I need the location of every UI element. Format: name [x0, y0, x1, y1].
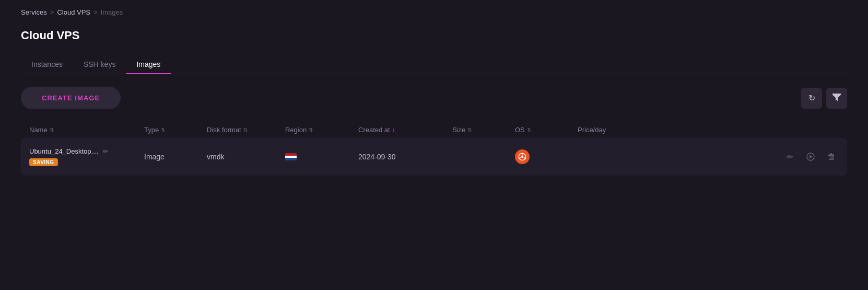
sort-os-icon: ⇅ [527, 127, 531, 133]
image-type: Image [144, 153, 207, 161]
sort-size-icon: ⇅ [467, 127, 472, 133]
sort-disk-icon: ⇅ [243, 127, 248, 133]
cell-price-actions: ✏ 🗑 [578, 149, 839, 164]
breadcrumb: Services > Cloud VPS > Images [21, 8, 847, 16]
col-os[interactable]: OS ⇅ [515, 126, 578, 134]
sort-type-icon: ⇅ [161, 127, 165, 133]
tab-instances[interactable]: Instances [21, 55, 73, 74]
svg-point-2 [522, 153, 523, 155]
table-header: Name ⇅ Type ⇅ Disk format ⇅ Region ⇅ Cre… [21, 122, 847, 138]
tabs-container: Instances SSH keys Images [21, 55, 847, 74]
breadcrumb-separator-1: > [50, 8, 54, 16]
sort-name-icon: ⇅ [50, 127, 54, 133]
svg-line-7 [520, 157, 521, 158]
filter-button[interactable] [826, 88, 847, 109]
svg-point-1 [521, 156, 523, 158]
col-name[interactable]: Name ⇅ [29, 126, 144, 134]
tab-ssh-keys[interactable]: SSH keys [73, 55, 126, 74]
cell-region [285, 153, 358, 160]
cell-disk-format: vmdk [207, 153, 285, 161]
col-price-day: Price/day [578, 126, 839, 134]
table-row: Ubuntu_24_Desktop.... ✏ SAVING Image vmd… [21, 138, 847, 176]
breadcrumb-cloud-vps[interactable]: Cloud VPS [57, 8, 90, 16]
breadcrumb-current: Images [101, 8, 123, 16]
row-delete-button[interactable]: 🗑 [824, 149, 839, 164]
col-type[interactable]: Type ⇅ [144, 126, 207, 134]
images-table: Name ⇅ Type ⇅ Disk format ⇅ Region ⇅ Cre… [21, 122, 847, 176]
refresh-icon: ↻ [808, 93, 815, 103]
filter-icon [832, 94, 841, 103]
status-badge: SAVING [29, 158, 58, 166]
inline-edit-icon[interactable]: ✏ [103, 148, 108, 155]
row-edit-button[interactable]: ✏ [782, 149, 797, 164]
ubuntu-os-icon [515, 149, 530, 164]
breadcrumb-separator-2: > [93, 8, 98, 16]
svg-line-6 [523, 157, 524, 158]
svg-marker-9 [810, 155, 813, 158]
svg-point-4 [519, 158, 520, 159]
toolbar-actions: ↻ [801, 88, 847, 109]
sort-region-icon: ⇅ [309, 127, 313, 133]
col-created-at[interactable]: Created at ↕ [358, 126, 452, 134]
svg-point-3 [524, 158, 526, 159]
sort-created-icon: ↕ [392, 127, 395, 133]
col-region[interactable]: Region ⇅ [285, 126, 358, 134]
col-size[interactable]: Size ⇅ [452, 126, 515, 134]
toolbar: CREATE IMAGE ↻ [21, 87, 847, 109]
tab-images[interactable]: Images [126, 55, 171, 74]
create-image-button[interactable]: CREATE IMAGE [21, 87, 121, 109]
image-name: Ubuntu_24_Desktop.... [29, 147, 99, 155]
cell-type: Image [144, 153, 207, 161]
region-flag-nl [285, 153, 297, 160]
image-disk-format: vmdk [207, 153, 285, 161]
col-disk-format[interactable]: Disk format ⇅ [207, 126, 285, 134]
cell-os [515, 149, 578, 164]
page-title: Cloud VPS [21, 29, 847, 42]
cell-created-at: 2024-09-30 [358, 153, 452, 161]
row-play-button[interactable] [803, 149, 818, 164]
cell-name: Ubuntu_24_Desktop.... ✏ SAVING [29, 147, 144, 166]
refresh-button[interactable]: ↻ [801, 88, 822, 109]
image-created-at: 2024-09-30 [358, 153, 452, 161]
breadcrumb-services[interactable]: Services [21, 8, 47, 16]
